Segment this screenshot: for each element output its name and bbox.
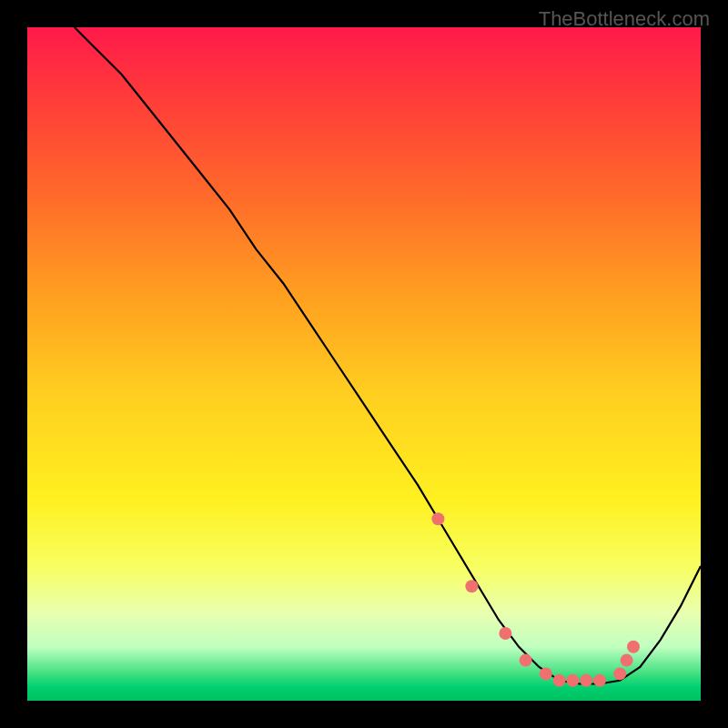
chart-markers xyxy=(431,512,640,687)
watermark-text: TheBottleneck.com xyxy=(539,7,710,31)
chart-marker-dot xyxy=(566,674,579,687)
chart-marker-dot xyxy=(540,667,552,680)
chart-svg xyxy=(27,27,701,701)
chart-marker-dot xyxy=(520,654,532,667)
chart-line xyxy=(75,27,701,684)
chart-marker-dot xyxy=(431,512,444,525)
chart-marker-dot xyxy=(621,654,633,667)
chart-marker-dot xyxy=(465,580,478,592)
chart-marker-dot xyxy=(580,674,592,687)
chart-marker-dot xyxy=(553,674,566,687)
chart-marker-dot xyxy=(593,674,606,687)
chart-marker-dot xyxy=(613,667,626,680)
chart-marker-dot xyxy=(499,627,511,640)
chart-plot-area xyxy=(27,27,701,701)
chart-marker-dot xyxy=(627,641,640,653)
